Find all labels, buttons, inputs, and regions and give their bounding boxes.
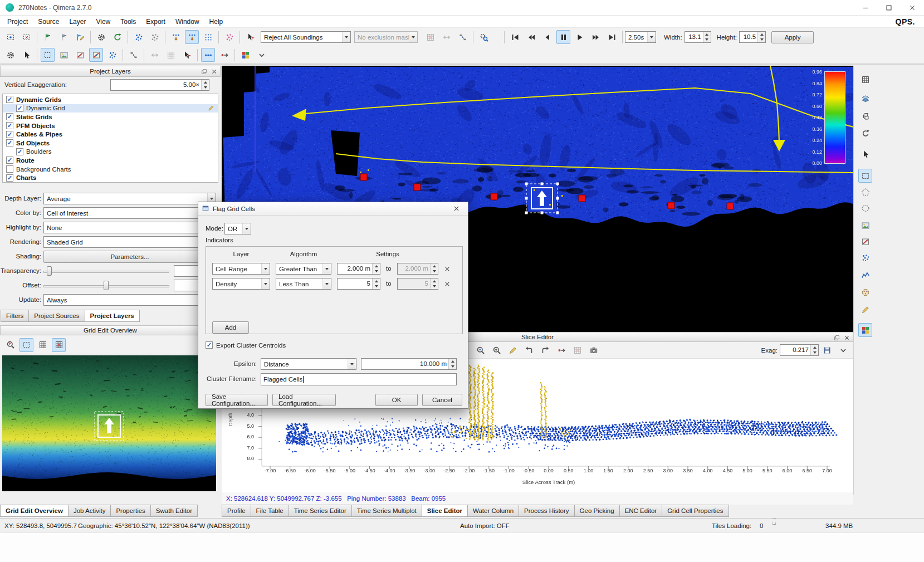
tab-grid-edit-overview[interactable]: Grid Edit Overview bbox=[0, 505, 69, 517]
plotted-points-icon[interactable] bbox=[222, 30, 236, 44]
save-configuration-button[interactable]: Save Configuration... bbox=[206, 394, 268, 406]
color-by-select[interactable]: Cell of Interest bbox=[43, 207, 216, 219]
ok-button[interactable]: OK bbox=[375, 394, 418, 406]
add-indicator-button[interactable]: Add bbox=[212, 321, 249, 334]
tab-job-activity[interactable]: Job Activity bbox=[69, 505, 111, 517]
tree-item-cables-pipes[interactable]: ✓Cables & Pipes bbox=[3, 130, 218, 139]
epsilon-amount-spin[interactable]: 10.000 m bbox=[361, 358, 457, 370]
select-points-icon[interactable] bbox=[554, 343, 568, 357]
tree-item-route[interactable]: ✓Route bbox=[3, 156, 218, 165]
pick-flag-icon[interactable] bbox=[243, 30, 257, 44]
fast-rewind-button[interactable] bbox=[524, 30, 538, 44]
indicator-value-spin[interactable]: 5 bbox=[337, 278, 380, 290]
tab-profile[interactable]: Profile bbox=[222, 505, 251, 517]
colormap-dropdown-icon[interactable] bbox=[255, 48, 268, 62]
transparency-slider[interactable] bbox=[47, 266, 52, 276]
indicator-layer-select[interactable]: Cell Range bbox=[212, 263, 270, 275]
indicator-value2-spin-arrows[interactable] bbox=[430, 263, 438, 274]
menu-project[interactable]: Project bbox=[2, 17, 33, 27]
rendering-select[interactable]: Shaded Grid bbox=[43, 236, 216, 248]
requery-icon[interactable] bbox=[110, 30, 124, 44]
overview-pan-icon[interactable] bbox=[52, 338, 66, 352]
tree-item-boulders[interactable]: ✓Boulders bbox=[3, 148, 218, 157]
shading-parameters-button[interactable]: Parameters... bbox=[43, 251, 216, 263]
slice-view-icon[interactable] bbox=[858, 234, 872, 248]
indicator-algorithm-select[interactable]: Less Than bbox=[276, 278, 331, 290]
depth-layer-select[interactable]: Average bbox=[43, 193, 216, 204]
save-view-icon[interactable] bbox=[820, 343, 834, 357]
splat-view-icon[interactable] bbox=[858, 251, 872, 265]
load-configuration-button[interactable]: Load Configuration... bbox=[272, 394, 336, 406]
colormap-select-icon[interactable] bbox=[238, 48, 252, 62]
transparency-slider-track[interactable] bbox=[43, 271, 169, 273]
checkbox-checked-icon[interactable]: ✓ bbox=[6, 122, 13, 129]
vertical-exaggeration-spin[interactable]: 5.00× bbox=[110, 79, 209, 91]
splat-tool-icon[interactable] bbox=[105, 48, 119, 62]
background-image-icon[interactable] bbox=[57, 48, 71, 62]
reject-soundings-icon[interactable] bbox=[148, 30, 162, 44]
menu-help[interactable]: Help bbox=[204, 17, 228, 27]
pause-button[interactable] bbox=[556, 30, 570, 44]
tab-project-sources[interactable]: Project Sources bbox=[29, 310, 85, 322]
select-rectangle-icon[interactable] bbox=[3, 30, 17, 44]
background-chart-icon[interactable] bbox=[858, 218, 872, 232]
tree-item-charts[interactable]: ✓Charts bbox=[3, 173, 218, 182]
tab-time-series-editor[interactable]: Time Series Editor bbox=[289, 505, 352, 517]
width-spin[interactable]: 13.1 bbox=[685, 31, 711, 43]
tree-item-pfm-objects[interactable]: ✓PFM Objects bbox=[3, 121, 218, 130]
geo-picking-icon[interactable] bbox=[126, 48, 140, 62]
rotate-cw-icon[interactable] bbox=[538, 343, 552, 357]
checkbox-checked-icon[interactable]: ✓ bbox=[6, 174, 13, 182]
menu-layer[interactable]: Layer bbox=[64, 17, 91, 27]
width-spin-arrows[interactable] bbox=[703, 32, 711, 42]
profile-view-icon[interactable] bbox=[858, 268, 872, 282]
accept-soundings-icon[interactable] bbox=[131, 30, 145, 44]
minimize-button[interactable] bbox=[854, 0, 877, 15]
export-centroids-checkbox[interactable]: ✓ bbox=[206, 341, 213, 349]
more-options-icon[interactable] bbox=[836, 343, 850, 357]
edit-points-icon[interactable] bbox=[506, 343, 520, 357]
overview-header[interactable]: Grid Edit Overview bbox=[0, 325, 221, 335]
height-spin-arrows[interactable] bbox=[757, 32, 765, 42]
highlight-by-select[interactable]: None bbox=[43, 222, 216, 233]
overview-grid-icon[interactable] bbox=[36, 338, 50, 352]
edit-flag-icon[interactable] bbox=[73, 30, 87, 44]
rotate-ccw-icon[interactable] bbox=[522, 343, 536, 357]
close-panel-icon[interactable] bbox=[843, 334, 851, 341]
project-layers-header[interactable]: Project Layers bbox=[0, 66, 221, 77]
fast-forward-button[interactable] bbox=[589, 30, 603, 44]
jump-start-button[interactable] bbox=[508, 30, 522, 44]
indicator-layer-select[interactable]: Density bbox=[212, 278, 270, 290]
menu-window[interactable]: Window bbox=[170, 17, 204, 27]
pointer-icon[interactable] bbox=[858, 147, 872, 161]
flag-pick-tool-icon[interactable] bbox=[180, 48, 194, 62]
tab-project-layers[interactable]: Project Layers bbox=[85, 310, 140, 322]
view-3d-icon[interactable] bbox=[858, 109, 872, 123]
tab-enc-editor[interactable]: ENC Editor bbox=[620, 505, 663, 517]
indicator-algorithm-select[interactable]: Greater Than bbox=[276, 263, 331, 275]
tree-item-dynamic-grids[interactable]: ✓Dynamic Grids bbox=[3, 95, 218, 104]
indicator-value2-spin-arrows[interactable] bbox=[430, 278, 438, 289]
tree-item-static-grids[interactable]: ✓Static Grids bbox=[3, 113, 218, 121]
reject-flag-icon[interactable] bbox=[57, 30, 71, 44]
tab-grid-cell-properties[interactable]: Grid Cell Properties bbox=[662, 505, 729, 517]
tab-file-table[interactable]: File Table bbox=[251, 505, 289, 517]
exag-spin[interactable]: 0.217 bbox=[780, 344, 819, 356]
point-arrow-icon[interactable] bbox=[217, 48, 231, 62]
dialog-title-bar[interactable]: Flag Grid Cells bbox=[198, 202, 468, 216]
reject-mode-select[interactable]: Reject All Soundings bbox=[261, 31, 351, 43]
cluster-filename-input[interactable]: Flagged Cells bbox=[261, 373, 457, 385]
shading-icon[interactable] bbox=[858, 92, 872, 106]
checkbox-checked-icon[interactable]: ✓ bbox=[6, 113, 13, 120]
exag-spin-arrows[interactable] bbox=[810, 345, 818, 355]
deselect-rectangle-icon[interactable] bbox=[19, 30, 33, 44]
pointer-tool-icon[interactable] bbox=[19, 48, 33, 62]
menu-export[interactable]: Export bbox=[141, 17, 170, 27]
checkbox-checked-icon[interactable]: ✓ bbox=[6, 157, 13, 164]
jump-end-button[interactable] bbox=[605, 30, 619, 44]
time-window-select[interactable]: 2.50s bbox=[625, 31, 656, 43]
reject-below-line-icon[interactable] bbox=[185, 30, 199, 44]
checkbox-checked-icon[interactable]: ✓ bbox=[6, 131, 13, 138]
indicator-value-spin[interactable]: 2.000 m bbox=[337, 263, 380, 275]
float-panel-icon[interactable] bbox=[833, 334, 841, 341]
